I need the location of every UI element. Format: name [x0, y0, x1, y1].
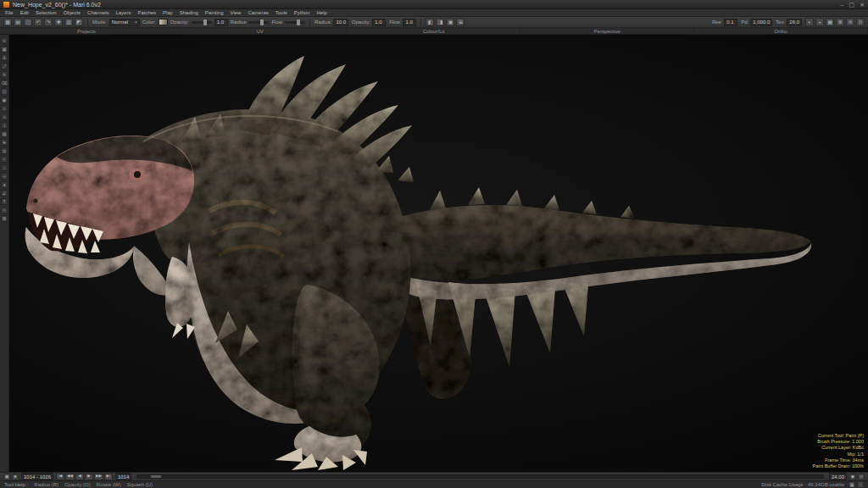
hud-line: Current Tool: Paint (P) [813, 433, 864, 439]
marquee-select-tool-icon[interactable]: ▦ [1, 46, 8, 53]
hud-line: Frame Time: 34ms [813, 458, 864, 463]
viewport-tab[interactable]: UV [174, 28, 348, 34]
paint-tool-icon[interactable]: ✎ [1, 71, 8, 78]
vector-paint-tool-icon[interactable]: ➤ [1, 139, 8, 146]
transport-button[interactable]: ▶ [85, 474, 93, 480]
toolbar-icon[interactable]: ◧ [426, 18, 434, 26]
menu-item[interactable]: Cameras [248, 10, 268, 15]
warp-tool-icon[interactable]: ≀ [1, 164, 8, 171]
frame-range-field[interactable]: 1014 - 1026 [21, 473, 53, 480]
menu-item[interactable]: View [231, 10, 242, 15]
text-tool-icon[interactable]: T [1, 198, 8, 205]
measure-tool-icon[interactable]: ∠ [1, 190, 8, 197]
slerp-tool-icon[interactable]: ∾ [1, 173, 8, 180]
toolbar-icon[interactable]: ▣ [446, 18, 454, 26]
toolbar-icon[interactable]: ◐ [805, 18, 814, 26]
transport-button[interactable]: ▶▶ [94, 474, 103, 480]
toolbar-icon[interactable]: ◨ [436, 18, 444, 26]
transport-button[interactable]: ◀◀ [65, 474, 75, 480]
field-value[interactable]: 1,000.0 [750, 19, 772, 26]
menu-item[interactable]: Painting [205, 10, 224, 15]
field-value[interactable]: 10.0 [333, 19, 348, 26]
paint-through-tool-icon[interactable]: ◫ [1, 88, 8, 95]
menu-item[interactable]: Channels [87, 10, 108, 15]
transform-paint-tool-icon[interactable]: ⤢ [1, 63, 8, 69]
viewport-tab[interactable]: Projects [0, 28, 174, 34]
current-frame-field[interactable]: 1014 [115, 473, 131, 480]
opacity-value-field[interactable]: 1.0 [214, 19, 228, 26]
lock-tool-icon[interactable]: ⊠ [1, 215, 8, 222]
toolbar-icon[interactable]: ◩ [75, 18, 83, 26]
smear-tool-icon[interactable]: ∿ [1, 114, 8, 120]
menu-item[interactable]: Objects [64, 10, 81, 15]
blur-tool-icon[interactable]: ≈ [1, 105, 8, 112]
toolbar-icon[interactable]: ✚ [54, 18, 63, 26]
3d-viewport-canvas[interactable]: Current Tool: Paint (P)Brush Pressure: 1… [9, 35, 868, 472]
toolbar-icon[interactable]: ▤ [14, 18, 22, 26]
color-picker-tool-icon[interactable]: ◎ [1, 147, 8, 154]
field-value[interactable]: 1.0 [403, 19, 416, 26]
toolbar-icon[interactable]: ▦ [826, 18, 834, 26]
menu-item[interactable]: Edit [20, 10, 29, 15]
toolbar-icon[interactable]: ↶ [34, 18, 42, 26]
toolbar-icon[interactable]: ⊛ [846, 18, 854, 26]
select-tool-icon[interactable]: ⌖ [1, 37, 8, 44]
toolbar-icon[interactable]: ◰ [24, 18, 32, 26]
toolbar-icon[interactable]: ≣ [836, 18, 844, 26]
toolbar-icon[interactable]: ↷ [44, 18, 53, 26]
viewport-tab[interactable]: Perspective [520, 28, 694, 34]
menu-item[interactable]: Patches [137, 10, 156, 15]
radius-toggle[interactable]: Radius [231, 19, 247, 25]
blend-mode-select[interactable]: Normal ▾ [109, 19, 140, 26]
color-swatch[interactable] [159, 19, 168, 25]
pull-tool-icon[interactable]: ⇂ [1, 122, 8, 129]
timeline-icon[interactable]: ◆ [849, 474, 856, 480]
projection-field: Pd: 1,000.0 [741, 19, 772, 26]
viewport-tab[interactable]: Ortho [694, 28, 868, 34]
timeline-icon[interactable]: ◈ [12, 474, 19, 480]
close-button[interactable]: ✕ [860, 2, 865, 8]
menu-item[interactable]: Play [163, 10, 173, 15]
transport-button[interactable]: |◀ [56, 474, 64, 480]
menu-item[interactable]: Selection [36, 10, 57, 15]
flow-toggle[interactable]: Flow [271, 19, 282, 25]
toolbar-icon[interactable]: ⊜ [856, 18, 865, 26]
fps-field[interactable]: 24.00 [829, 473, 847, 480]
tool-help-segment: Rotate (W) [97, 482, 121, 487]
flow-slider[interactable] [285, 21, 305, 24]
erase-tool-icon[interactable]: ⌫ [1, 80, 8, 86]
toolbar-icon[interactable]: ▥ [64, 18, 73, 26]
menu-item[interactable]: File [5, 10, 14, 15]
timeline-scrubber-handle[interactable] [151, 475, 161, 478]
menu-item[interactable]: Shading [180, 10, 198, 15]
viewport-tab[interactable]: Colour/Lit [348, 28, 521, 34]
timeline-icon[interactable]: ⊙ [858, 474, 865, 480]
toolbar-icon[interactable]: ◒ [815, 18, 824, 26]
clone-stamp-tool-icon[interactable]: ◉ [1, 97, 8, 103]
toolbar-icon[interactable]: ⊞ [456, 18, 465, 26]
menu-item[interactable]: Help [316, 10, 326, 15]
timeline-icon[interactable]: ▣ [3, 474, 10, 480]
timeline-scrubber[interactable] [136, 474, 824, 479]
radius-slider[interactable] [248, 21, 269, 24]
menu-item[interactable]: Layers [115, 10, 131, 15]
transport-button[interactable]: ◀ [75, 474, 84, 480]
pin-tool-icon[interactable]: ∗ [1, 181, 8, 188]
field-value[interactable]: 1.0 [372, 19, 386, 26]
minimize-button[interactable]: – [841, 2, 844, 8]
transport-button[interactable]: ▶| [104, 474, 113, 480]
field-value[interactable]: 0.1 [724, 19, 737, 26]
node-graph-tool-icon[interactable]: ◇ [1, 207, 8, 214]
toolbar-icon[interactable]: ▩ [3, 18, 12, 26]
field-value[interactable]: 26.0 [787, 19, 802, 26]
opacity-slider[interactable] [192, 21, 212, 24]
maximize-button[interactable]: ▢ [849, 2, 855, 8]
statusbar-icon[interactable]: ◔ [857, 481, 864, 488]
projection-field: Tex: 26.0 [776, 19, 802, 26]
move-tool-icon[interactable]: ✛ [1, 54, 8, 61]
menu-item[interactable]: Tools [275, 10, 287, 15]
pixel-analyser-tool-icon[interactable]: ⌗ [1, 156, 8, 163]
menu-item[interactable]: Python [294, 10, 310, 15]
gradient-tool-icon[interactable]: ▨ [1, 130, 8, 137]
statusbar-icon[interactable]: ▦ [849, 481, 855, 488]
